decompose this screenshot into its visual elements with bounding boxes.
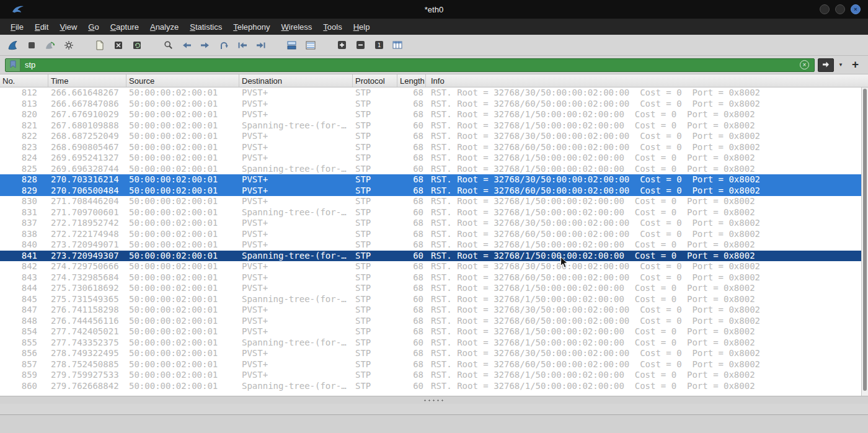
menu-view[interactable]: View: [54, 20, 82, 33]
zoom-in-button[interactable]: [332, 37, 351, 53]
scrollbar-thumb[interactable]: [863, 89, 867, 391]
display-filter-input[interactable]: [20, 60, 800, 69]
packet-row[interactable]: 837 272.718952742 50:00:00:02:00:01 PVST…: [0, 218, 868, 229]
arrow-to-end-icon: [256, 41, 266, 50]
zoom-original-button[interactable]: 1: [370, 37, 388, 53]
menu-go[interactable]: Go: [82, 20, 104, 33]
cell-length: 68: [397, 218, 426, 229]
stop-capture-button[interactable]: [22, 37, 41, 53]
restart-capture-button[interactable]: [41, 37, 60, 53]
menu-capture[interactable]: Capture: [105, 20, 144, 33]
packet-row[interactable]: 857 278.752450885 50:00:00:02:00:01 PVST…: [0, 359, 868, 370]
col-header-source[interactable]: Source: [126, 74, 239, 87]
capture-options-button[interactable]: [60, 37, 78, 53]
menu-file[interactable]: File: [5, 20, 29, 33]
cell-no: 847: [0, 305, 48, 316]
menu-wireless[interactable]: Wireless: [276, 20, 318, 33]
packet-row[interactable]: 825 269.696328744 50:00:00:02:00:01 Span…: [0, 164, 868, 175]
packet-row[interactable]: 840 273.720949071 50:00:00:02:00:01 PVST…: [0, 239, 868, 251]
filter-add-button[interactable]: +: [848, 58, 863, 73]
plus-box-icon: [337, 40, 347, 50]
menu-telephony[interactable]: Telephony: [228, 20, 275, 33]
menu-analyze[interactable]: Analyze: [144, 20, 184, 33]
packet-row[interactable]: 829 270.706500484 50:00:00:02:00:01 PVST…: [0, 185, 868, 197]
packet-row[interactable]: 854 277.742405021 50:00:00:02:00:01 PVST…: [0, 326, 868, 337]
packet-row[interactable]: 847 276.741158298 50:00:00:02:00:01 PVST…: [0, 305, 868, 316]
packet-row[interactable]: 845 275.731549365 50:00:00:02:00:01 Span…: [0, 294, 868, 305]
cell-source: 50:00:00:02:00:01: [126, 131, 239, 142]
packet-row[interactable]: 844 275.730618692 50:00:00:02:00:01 PVST…: [0, 283, 868, 294]
packet-row[interactable]: 824 269.695241327 50:00:00:02:00:01 PVST…: [0, 153, 868, 164]
cell-time: 266.667847086: [48, 99, 126, 110]
cell-time: 276.744456116: [48, 316, 126, 327]
packet-row[interactable]: 822 268.687252049 50:00:00:02:00:01 PVST…: [0, 131, 868, 142]
cell-protocol: STP: [353, 305, 397, 316]
cell-length: 68: [397, 99, 426, 110]
cell-protocol: STP: [353, 185, 397, 197]
packet-row[interactable]: 842 274.729750666 50:00:00:02:00:01 PVST…: [0, 261, 868, 272]
cell-length: 60: [397, 294, 426, 305]
col-header-protocol[interactable]: Protocol: [353, 74, 397, 87]
maximize-button[interactable]: [835, 4, 845, 14]
packet-row[interactable]: 860 279.762668842 50:00:00:02:00:01 Span…: [0, 381, 868, 392]
cell-protocol: STP: [353, 326, 397, 337]
cell-destination: PVST+: [239, 326, 353, 337]
menu-statistics[interactable]: Statistics: [184, 20, 228, 33]
go-to-packet-button[interactable]: [215, 37, 233, 53]
minimize-button[interactable]: [820, 4, 830, 14]
cell-info: RST. Root = 32768/1/50:00:00:02:00:00 Co…: [426, 207, 868, 218]
go-forward-button[interactable]: [196, 37, 215, 53]
cell-source: 50:00:00:02:00:01: [126, 185, 239, 197]
filter-bookmark-button[interactable]: [6, 59, 20, 71]
packet-row[interactable]: 823 268.690805467 50:00:00:02:00:01 PVST…: [0, 142, 868, 153]
reload-file-button[interactable]: [128, 37, 146, 53]
col-header-no[interactable]: No.: [0, 74, 48, 87]
col-header-info[interactable]: Info: [426, 74, 868, 87]
filter-dropdown-icon[interactable]: ▼: [837, 62, 844, 68]
packet-row[interactable]: 821 267.680109888 50:00:00:02:00:01 Span…: [0, 120, 868, 132]
packet-row[interactable]: 831 271.709700601 50:00:00:02:00:01 Span…: [0, 207, 868, 218]
close-button[interactable]: ×: [851, 4, 861, 14]
packet-row[interactable]: 859 279.759927533 50:00:00:02:00:01 PVST…: [0, 370, 868, 381]
packet-row[interactable]: 838 272.722174948 50:00:00:02:00:01 PVST…: [0, 229, 868, 240]
filter-clear-icon[interactable]: ×: [800, 60, 809, 69]
cell-info: RST. Root = 32768/1/50:00:00:02:00:00 Co…: [426, 196, 868, 207]
packet-row[interactable]: 830 271.708446204 50:00:00:02:00:01 PVST…: [0, 196, 868, 207]
zoom-out-button[interactable]: [351, 37, 370, 53]
menu-help[interactable]: Help: [348, 20, 376, 33]
col-header-time[interactable]: Time: [48, 74, 126, 87]
packet-row[interactable]: 841 273.720949307 50:00:00:02:00:01 Span…: [0, 251, 868, 262]
col-header-length[interactable]: Length: [397, 74, 426, 87]
gear-icon: [64, 40, 74, 50]
kali-logo-icon[interactable]: [11, 4, 25, 17]
open-file-button[interactable]: [91, 37, 109, 53]
packet-row[interactable]: 843 274.732985684 50:00:00:02:00:01 PVST…: [0, 272, 868, 283]
arrow-right-icon: [200, 41, 210, 50]
filter-apply-button[interactable]: [818, 58, 834, 72]
find-packet-button[interactable]: [159, 37, 177, 53]
colorize-packets-button[interactable]: [301, 37, 320, 53]
auto-scroll-button[interactable]: [283, 37, 301, 53]
cell-no: 860: [0, 381, 48, 392]
cell-no: 821: [0, 120, 48, 132]
go-first-packet-button[interactable]: [233, 37, 252, 53]
packet-row[interactable]: 828 270.703316214 50:00:00:02:00:01 PVST…: [0, 174, 868, 185]
cell-no: 856: [0, 348, 48, 359]
packet-row[interactable]: 820 267.676910029 50:00:00:02:00:01 PVST…: [0, 109, 868, 120]
close-file-button[interactable]: [109, 37, 128, 53]
packet-row[interactable]: 856 278.749322495 50:00:00:02:00:01 PVST…: [0, 348, 868, 359]
cell-no: 854: [0, 326, 48, 337]
start-capture-button[interactable]: [4, 37, 22, 53]
resize-columns-button[interactable]: [388, 37, 407, 53]
vertical-scrollbar[interactable]: [861, 87, 868, 396]
packet-row[interactable]: 812 266.661648267 50:00:00:02:00:01 PVST…: [0, 87, 868, 99]
packet-row[interactable]: 813 266.667847086 50:00:00:02:00:01 PVST…: [0, 99, 868, 110]
menu-tools[interactable]: Tools: [317, 20, 347, 33]
packet-row[interactable]: 848 276.744456116 50:00:00:02:00:01 PVST…: [0, 316, 868, 327]
pane-splitter[interactable]: [0, 396, 868, 404]
go-last-packet-button[interactable]: [252, 37, 270, 53]
menu-edit[interactable]: Edit: [29, 20, 54, 33]
go-back-button[interactable]: [177, 37, 196, 53]
packet-row[interactable]: 855 277.743352375 50:00:00:02:00:01 Span…: [0, 337, 868, 349]
col-header-destination[interactable]: Destination: [239, 74, 353, 87]
